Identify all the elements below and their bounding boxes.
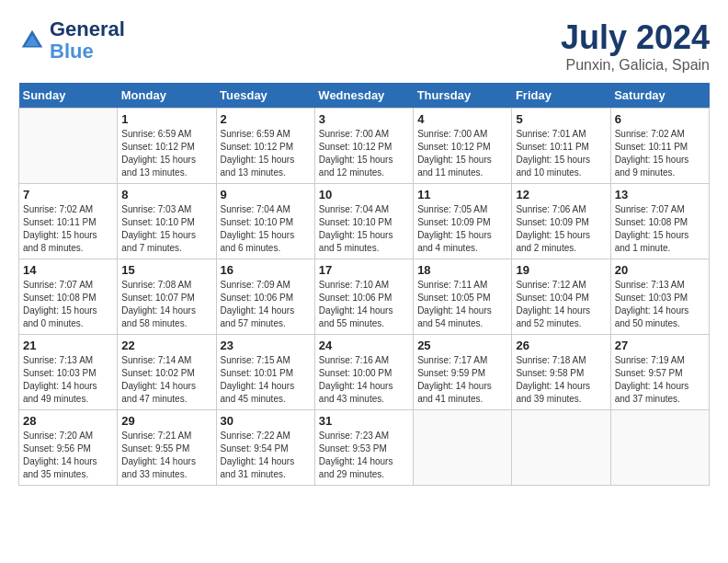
calendar-cell: 5Sunrise: 7:01 AMSunset: 10:11 PMDayligh… <box>512 109 610 184</box>
calendar-body: 1Sunrise: 6:59 AMSunset: 10:12 PMDayligh… <box>19 109 710 486</box>
day-info: Sunrise: 7:15 AMSunset: 10:01 PMDaylight… <box>221 354 311 406</box>
calendar-cell: 4Sunrise: 7:00 AMSunset: 10:12 PMDayligh… <box>414 109 512 184</box>
calendar-cell: 21Sunrise: 7:13 AMSunset: 10:03 PMDaylig… <box>19 335 118 410</box>
day-info: Sunrise: 7:08 AMSunset: 10:07 PMDaylight… <box>121 279 211 330</box>
day-number: 28 <box>23 414 113 428</box>
week-row-2: 14Sunrise: 7:07 AMSunset: 10:08 PMDaylig… <box>19 259 710 335</box>
logo-icon <box>18 27 46 54</box>
day-info: Sunrise: 7:11 AMSunset: 10:05 PMDaylight… <box>417 279 507 330</box>
calendar-cell: 12Sunrise: 7:06 AMSunset: 10:09 PMDaylig… <box>512 184 610 259</box>
calendar-cell: 27Sunrise: 7:19 AMSunset: 9:57 PMDayligh… <box>610 335 709 410</box>
day-info: Sunrise: 7:09 AMSunset: 10:06 PMDaylight… <box>221 279 311 330</box>
calendar-cell: 26Sunrise: 7:18 AMSunset: 9:58 PMDayligh… <box>512 335 610 410</box>
weekday-header-sunday: Sunday <box>19 83 118 109</box>
day-info: Sunrise: 7:20 AMSunset: 9:56 PMDaylight:… <box>23 430 113 481</box>
logo-line2: Blue <box>50 40 125 63</box>
day-number: 27 <box>615 339 705 352</box>
calendar-cell: 16Sunrise: 7:09 AMSunset: 10:06 PMDaylig… <box>216 259 314 335</box>
calendar-cell: 20Sunrise: 7:13 AMSunset: 10:03 PMDaylig… <box>610 259 709 335</box>
day-info: Sunrise: 7:23 AMSunset: 9:53 PMDaylight:… <box>319 430 409 481</box>
calendar-cell: 23Sunrise: 7:15 AMSunset: 10:01 PMDaylig… <box>216 335 314 410</box>
day-info: Sunrise: 7:14 AMSunset: 10:02 PMDaylight… <box>121 354 211 406</box>
day-info: Sunrise: 7:04 AMSunset: 10:10 PMDaylight… <box>221 203 311 255</box>
calendar-cell: 31Sunrise: 7:23 AMSunset: 9:53 PMDayligh… <box>314 410 413 486</box>
logo-text: General Blue <box>50 18 125 63</box>
day-number: 25 <box>417 339 507 352</box>
day-number: 26 <box>516 339 606 352</box>
day-info: Sunrise: 7:01 AMSunset: 10:11 PMDaylight… <box>516 128 606 179</box>
day-number: 16 <box>221 263 311 277</box>
calendar-table: SundayMondayTuesdayWednesdayThursdayFrid… <box>18 83 710 486</box>
calendar-cell: 15Sunrise: 7:08 AMSunset: 10:07 PMDaylig… <box>118 259 216 335</box>
day-number: 3 <box>319 112 409 126</box>
title-area: July 2024 Punxin, Galicia, Spain <box>561 18 710 74</box>
day-info: Sunrise: 7:06 AMSunset: 10:09 PMDaylight… <box>516 203 606 255</box>
day-number: 22 <box>121 339 211 352</box>
weekday-header-friday: Friday <box>512 83 610 109</box>
day-number: 20 <box>615 263 705 277</box>
week-row-1: 7Sunrise: 7:02 AMSunset: 10:11 PMDayligh… <box>19 184 710 259</box>
day-info: Sunrise: 7:13 AMSunset: 10:03 PMDaylight… <box>615 279 705 330</box>
calendar-cell: 19Sunrise: 7:12 AMSunset: 10:04 PMDaylig… <box>512 259 610 335</box>
calendar-cell <box>19 109 118 184</box>
day-info: Sunrise: 7:21 AMSunset: 9:55 PMDaylight:… <box>121 430 211 481</box>
weekday-header-saturday: Saturday <box>610 83 709 109</box>
day-info: Sunrise: 7:00 AMSunset: 10:12 PMDaylight… <box>319 128 409 179</box>
calendar-cell <box>414 410 512 486</box>
day-info: Sunrise: 7:02 AMSunset: 10:11 PMDaylight… <box>615 128 705 179</box>
day-number: 29 <box>121 414 211 428</box>
day-number: 15 <box>121 263 211 277</box>
day-info: Sunrise: 7:03 AMSunset: 10:10 PMDaylight… <box>121 203 211 255</box>
day-info: Sunrise: 7:07 AMSunset: 10:08 PMDaylight… <box>23 279 113 330</box>
day-number: 18 <box>417 263 507 277</box>
calendar-cell: 24Sunrise: 7:16 AMSunset: 10:00 PMDaylig… <box>314 335 413 410</box>
day-number: 31 <box>319 414 409 428</box>
week-row-4: 28Sunrise: 7:20 AMSunset: 9:56 PMDayligh… <box>19 410 710 486</box>
calendar-cell: 22Sunrise: 7:14 AMSunset: 10:02 PMDaylig… <box>118 335 216 410</box>
day-info: Sunrise: 7:18 AMSunset: 9:58 PMDaylight:… <box>516 354 606 406</box>
calendar-cell: 9Sunrise: 7:04 AMSunset: 10:10 PMDayligh… <box>216 184 314 259</box>
day-info: Sunrise: 7:13 AMSunset: 10:03 PMDaylight… <box>23 354 113 406</box>
day-info: Sunrise: 7:17 AMSunset: 9:59 PMDaylight:… <box>417 354 507 406</box>
day-number: 4 <box>417 112 507 126</box>
calendar-cell: 1Sunrise: 6:59 AMSunset: 10:12 PMDayligh… <box>118 109 216 184</box>
calendar-cell: 29Sunrise: 7:21 AMSunset: 9:55 PMDayligh… <box>118 410 216 486</box>
day-number: 2 <box>221 112 311 126</box>
calendar-cell: 10Sunrise: 7:04 AMSunset: 10:10 PMDaylig… <box>314 184 413 259</box>
location: Punxin, Galicia, Spain <box>561 57 710 74</box>
day-number: 21 <box>23 339 113 352</box>
day-info: Sunrise: 7:07 AMSunset: 10:08 PMDaylight… <box>615 203 705 255</box>
day-number: 9 <box>221 188 311 201</box>
weekday-header-wednesday: Wednesday <box>314 83 413 109</box>
day-number: 30 <box>221 414 311 428</box>
month-year: July 2024 <box>561 18 710 57</box>
day-number: 8 <box>121 188 211 201</box>
calendar-cell: 11Sunrise: 7:05 AMSunset: 10:09 PMDaylig… <box>414 184 512 259</box>
calendar-cell: 18Sunrise: 7:11 AMSunset: 10:05 PMDaylig… <box>414 259 512 335</box>
day-number: 7 <box>23 188 113 201</box>
calendar-cell: 30Sunrise: 7:22 AMSunset: 9:54 PMDayligh… <box>216 410 314 486</box>
day-number: 17 <box>319 263 409 277</box>
day-number: 5 <box>516 112 606 126</box>
day-info: Sunrise: 7:16 AMSunset: 10:00 PMDaylight… <box>319 354 409 406</box>
day-info: Sunrise: 6:59 AMSunset: 10:12 PMDaylight… <box>221 128 311 179</box>
week-row-0: 1Sunrise: 6:59 AMSunset: 10:12 PMDayligh… <box>19 109 710 184</box>
day-info: Sunrise: 7:19 AMSunset: 9:57 PMDaylight:… <box>615 354 705 406</box>
calendar-cell <box>512 410 610 486</box>
calendar-cell: 2Sunrise: 6:59 AMSunset: 10:12 PMDayligh… <box>216 109 314 184</box>
weekday-header-row: SundayMondayTuesdayWednesdayThursdayFrid… <box>19 83 710 109</box>
day-number: 10 <box>319 188 409 201</box>
calendar-cell: 14Sunrise: 7:07 AMSunset: 10:08 PMDaylig… <box>19 259 118 335</box>
calendar-cell: 13Sunrise: 7:07 AMSunset: 10:08 PMDaylig… <box>610 184 709 259</box>
day-info: Sunrise: 6:59 AMSunset: 10:12 PMDaylight… <box>121 128 211 179</box>
day-number: 14 <box>23 263 113 277</box>
day-number: 1 <box>121 112 211 126</box>
weekday-header-tuesday: Tuesday <box>216 83 314 109</box>
day-number: 11 <box>417 188 507 201</box>
calendar-cell: 8Sunrise: 7:03 AMSunset: 10:10 PMDayligh… <box>118 184 216 259</box>
weekday-header-thursday: Thursday <box>414 83 512 109</box>
day-info: Sunrise: 7:04 AMSunset: 10:10 PMDaylight… <box>319 203 409 255</box>
day-number: 19 <box>516 263 606 277</box>
day-info: Sunrise: 7:22 AMSunset: 9:54 PMDaylight:… <box>221 430 311 481</box>
day-number: 13 <box>615 188 705 201</box>
